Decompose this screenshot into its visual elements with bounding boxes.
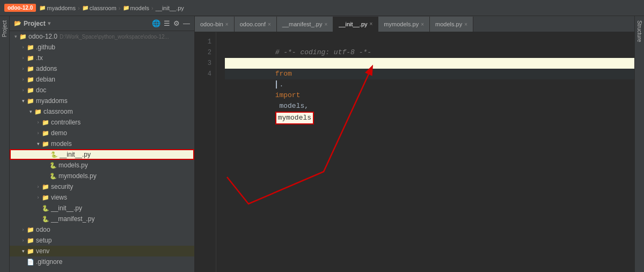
panel-title: 📂 Project ▾ <box>14 20 50 27</box>
project-panel: 📂 Project ▾ 🌐 ☰ ⚙ — ▾ 📁 odoo-12.0 <box>10 16 195 272</box>
code-comment: # -*- coding: utf-8 -*- <box>275 48 371 56</box>
tab-close-init-py[interactable]: × <box>370 21 373 27</box>
folder-icon: 📁 <box>27 55 34 62</box>
breadcrumb: 📁 myaddoms › 📁 classroom › 📁 models › __… <box>39 5 184 11</box>
tree-item-models[interactable]: ▾ 📁 models <box>10 138 194 149</box>
line-numbers: 1 2 3 4 <box>195 32 216 272</box>
highlighted-mymodels: mymodels <box>275 112 314 124</box>
tree-item-debian[interactable]: › 📁 debian <box>10 74 194 85</box>
code-line-3: from . import models, mymodels <box>225 58 634 69</box>
tree-item-myaddoms[interactable]: ▾ 📁 myaddoms <box>10 95 194 106</box>
file-icon: 🐍 <box>49 162 57 169</box>
tab-close-manifest-py[interactable]: × <box>324 21 327 27</box>
tab-odoo-bin[interactable]: odoo-bin × <box>195 17 235 32</box>
tree-item-github[interactable]: › 📁 .github <box>10 42 194 53</box>
panel-dropdown-icon[interactable]: ▾ <box>48 20 50 26</box>
tree-item-controllers[interactable]: › 📁 controllers <box>10 117 194 128</box>
breadcrumb-item-models[interactable]: 📁 models <box>123 5 149 11</box>
folder-icon: 📁 <box>19 33 27 40</box>
top-bar: odoo-12.0 📁 myaddoms › 📁 classroom › 📁 m… <box>0 0 644 16</box>
tree-item-classroom[interactable]: ▾ 📁 classroom <box>10 106 194 117</box>
tab-manifest-py[interactable]: __manifest_.py × <box>277 17 333 32</box>
folder-icon: 📁 <box>42 119 49 126</box>
editor-content[interactable]: 1 2 3 4 # -*- coding: utf-8 -*- from <box>195 32 634 272</box>
tree-item-init-py[interactable]: 🐍 __init__.py <box>10 149 194 160</box>
panel-actions: 🌐 ☰ ⚙ — <box>152 19 190 27</box>
folder-icon: 📁 <box>27 248 34 255</box>
file-icon: 🐍 <box>49 173 57 180</box>
folder-icon: 📁 <box>42 141 49 148</box>
tab-close-odoo-bin[interactable]: × <box>225 21 229 27</box>
panel-header: 📂 Project ▾ 🌐 ☰ ⚙ — <box>10 16 194 31</box>
editor-area: odoo-bin × odoo.conf × __manifest_.py × … <box>195 16 634 272</box>
folder-icon: 📁 <box>27 237 34 244</box>
folder-icon: 📁 <box>27 44 34 51</box>
tree-item-doc[interactable]: › 📁 doc <box>10 85 194 95</box>
project-side-tab[interactable]: Project <box>0 16 10 272</box>
logo-badge[interactable]: odoo-12.0 <box>4 4 36 12</box>
code-line-1: # -*- coding: utf-8 -*- <box>225 36 634 47</box>
main-layout: Project 📂 Project ▾ 🌐 ☰ ⚙ — <box>0 16 644 272</box>
tab-init-py[interactable]: __init__.py × <box>333 17 378 32</box>
breadcrumb-item-classroom[interactable]: 📁 classroom <box>82 5 116 11</box>
tab-odoo-conf[interactable]: odoo.conf × <box>235 17 277 32</box>
tree-item-setup[interactable]: › 📁 setup <box>10 235 194 246</box>
tree-item-addons[interactable]: › 📁 addons <box>10 63 194 74</box>
folder-icon: 📁 <box>27 226 34 233</box>
list-icon[interactable]: ☰ <box>164 19 170 27</box>
folder-icon: 📁 <box>42 194 49 201</box>
settings-icon[interactable]: ⚙ <box>173 19 180 27</box>
folder-icon: 📁 <box>27 98 34 105</box>
file-icon: 🐍 <box>50 151 58 158</box>
tab-close-mymodels-py[interactable]: × <box>421 21 424 27</box>
folder-icon: 📁 <box>27 76 34 83</box>
tab-close-odoo-conf[interactable]: × <box>268 21 271 27</box>
breadcrumb-item-myaddoms[interactable]: 📁 myaddoms <box>39 5 76 11</box>
folder-icon: 📁 <box>27 87 34 94</box>
keyword-import: import <box>275 91 301 99</box>
cursor <box>276 80 281 89</box>
breadcrumb-item-file[interactable]: __init__.py <box>156 5 184 11</box>
tree-root-path: D:\Work_Space\python_workspace\odoo-12..… <box>60 34 169 40</box>
code-area[interactable]: # -*- coding: utf-8 -*- from . import mo… <box>216 32 634 272</box>
tree-item-mymodels-py[interactable]: 🐍 mymodels.py <box>10 171 194 181</box>
file-tree: ▾ 📁 odoo-12.0 D:\Work_Space\python_works… <box>10 31 194 272</box>
keyword-from: from <box>275 70 292 78</box>
folder-icon: 📁 <box>42 130 49 137</box>
tabs-bar: odoo-bin × odoo.conf × __manifest_.py × … <box>195 16 634 32</box>
tree-item-venv[interactable]: ▾ 📁 venv <box>10 246 194 256</box>
project-tab-label: Project <box>2 20 8 37</box>
folder-icon: 📁 <box>34 108 42 115</box>
tree-item-classroom-init[interactable]: 🐍 __init__.py <box>10 203 194 214</box>
structure-side-tab[interactable]: Structure <box>634 16 644 272</box>
tree-item-tx[interactable]: › 📁 .tx <box>10 53 194 63</box>
file-icon: 🐍 <box>42 216 49 223</box>
globe-icon[interactable]: 🌐 <box>152 19 160 27</box>
file-icon: 🐍 <box>42 205 49 212</box>
tree-item-demo[interactable]: › 📁 demo <box>10 128 194 138</box>
tree-item-security[interactable]: › 📁 security <box>10 181 194 192</box>
folder-icon: 📁 <box>42 183 49 190</box>
tab-models-py[interactable]: models.py × <box>430 17 473 32</box>
tree-item-manifest-py[interactable]: 🐍 __manifest_.py <box>10 214 194 224</box>
folder-icon: 📁 <box>27 65 34 72</box>
tree-root[interactable]: ▾ 📁 odoo-12.0 D:\Work_Space\python_works… <box>10 31 194 42</box>
file-icon: 📄 <box>27 259 34 266</box>
tab-close-models-py[interactable]: × <box>464 21 467 27</box>
tree-item-odoo[interactable]: › 📁 odoo <box>10 224 194 235</box>
structure-tab-label: Structure <box>636 20 642 42</box>
tree-item-gitignore[interactable]: 📄 .gitignore <box>10 256 194 267</box>
minimize-icon[interactable]: — <box>183 19 190 27</box>
expand-arrow: ▾ <box>12 34 19 39</box>
tab-mymodels-py[interactable]: mymodels.py × <box>378 17 430 32</box>
tree-item-models-py[interactable]: 🐍 models.py <box>10 160 194 171</box>
tree-root-label: odoo-12.0 <box>28 33 57 40</box>
tree-item-views[interactable]: › 📁 views <box>10 192 194 203</box>
